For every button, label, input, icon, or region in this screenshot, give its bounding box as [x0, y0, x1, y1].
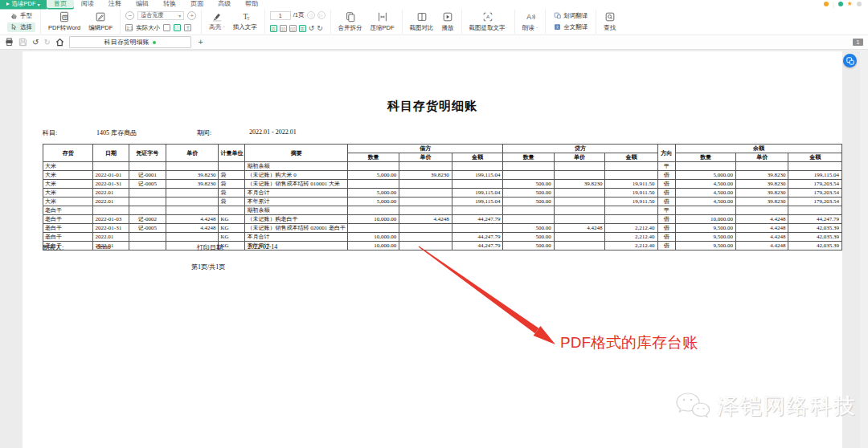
menu-bar-right: | ★ — [824, 0, 868, 8]
word-translate-button[interactable]: 划词翻译 — [551, 11, 591, 21]
fit-width-icon[interactable] — [174, 24, 181, 31]
table-cell: 500.00 — [503, 198, 554, 206]
tool-group-select: 手型 选择 — [2, 10, 41, 34]
table-cell — [554, 198, 605, 206]
menu-tab-转换[interactable]: 转换 — [156, 0, 183, 8]
play-button[interactable]: 播放 — [440, 11, 457, 32]
next-page-button[interactable]: ▷ — [317, 11, 326, 19]
two-page-view-icon[interactable]: ▯▯ — [280, 25, 287, 32]
save-icon[interactable] — [18, 38, 27, 47]
pdf-viewer[interactable]: 科目存货明细账 科目: 1405 库存商品 期间: 2022.01 - 2022… — [0, 50, 868, 448]
table-cell: 179,203.54 — [788, 198, 842, 206]
update-icon[interactable] — [838, 2, 843, 6]
svg-text:A: A — [486, 14, 490, 19]
read-aloud-button[interactable]: A 朗读 · — [520, 11, 540, 32]
new-tab-button[interactable]: + — [196, 38, 206, 47]
table-cell — [503, 206, 554, 215]
hand-tool-button[interactable]: 手型 — [7, 11, 35, 21]
table-cell: 5,000.00 — [347, 198, 399, 206]
home-icon[interactable] — [55, 38, 64, 47]
table-cell: 袋 — [219, 198, 245, 206]
select-tool-button[interactable]: 选择 — [7, 22, 35, 32]
actual-size-icon[interactable]: 1:1 — [125, 24, 133, 31]
table-cell: 5,000.00 — [347, 171, 399, 180]
highlight-button[interactable]: 高亮 · — [207, 11, 227, 31]
page-number-input[interactable]: 1 — [270, 11, 291, 20]
table-cell — [605, 206, 657, 215]
menu-tab-页面[interactable]: 页面 — [183, 0, 211, 8]
table-cell — [788, 206, 842, 215]
main-toolbar: 手型 选择 W PDF转Word — [0, 8, 868, 35]
book-view-icon[interactable]: ▯▯ — [289, 25, 297, 32]
redo-icon[interactable]: ↻ — [43, 39, 50, 47]
zoom-level-select[interactable]: 适合宽度 ▾ — [137, 11, 184, 20]
period-value: 2022.01 - 2022.01 — [249, 128, 297, 136]
zoom-out-button[interactable]: − — [125, 11, 134, 20]
table-cell: 5,000.00 — [676, 171, 736, 180]
menu-tab-编辑[interactable]: 编辑 — [129, 0, 156, 8]
word-translate-label: 划词翻译 — [563, 12, 588, 20]
compress-pdf-button[interactable]: 压缩PDF — [368, 11, 397, 32]
table-cell: 借 — [657, 215, 676, 224]
table-row: 大米期初余额平 — [43, 162, 842, 171]
find-button[interactable]: 查找 — [601, 11, 618, 32]
rotate-left-icon[interactable]: ↺ — [309, 25, 315, 32]
merge-split-label: 合并拆分 — [338, 24, 362, 32]
ledger-title: 科目存货明细账 — [23, 99, 842, 114]
col-header-inventory: 存货 — [43, 145, 93, 162]
document-tab[interactable]: 科目存货明细账 — [69, 36, 191, 48]
pdf-to-word-button[interactable]: W PDF转Word — [46, 11, 83, 32]
rotate-right-icon[interactable]: ↻ — [317, 25, 323, 32]
zoom-in-button[interactable]: + — [187, 11, 196, 20]
fit-page-icon[interactable] — [163, 24, 170, 31]
table-cell: 44,247.79 — [788, 215, 842, 224]
floating-translate-button[interactable] — [843, 54, 857, 67]
edit-pdf-button[interactable]: 编辑PDF — [86, 11, 115, 32]
table-cell — [347, 206, 399, 215]
prev-page-button[interactable]: ◁ — [307, 11, 315, 19]
table-cell: 10,000.00 — [347, 242, 399, 250]
col-header-balance-amount: 金额 — [788, 153, 842, 162]
app-logo[interactable]: 迅读PDF ▾ — [0, 0, 47, 8]
scrollbar-track[interactable] — [860, 50, 868, 448]
print-date-label: 打印日期: — [197, 243, 224, 252]
table-cell: 500.00 — [503, 233, 554, 242]
table-cell: 42,035.39 — [788, 233, 842, 242]
col-header-unit: 计量单位 — [219, 145, 245, 162]
table-cell: 4.4248 — [399, 215, 452, 224]
menu-tab-阅读[interactable]: 阅读 — [74, 0, 101, 8]
col-header-debit: 借方 — [347, 145, 502, 153]
print-icon[interactable] — [5, 38, 14, 47]
table-cell: 4,500.00 — [676, 198, 736, 206]
continuous-view-icon[interactable]: ≡ — [299, 25, 306, 32]
select-tool-label: 选择 — [20, 23, 32, 31]
table-cell: KG — [219, 215, 245, 224]
table-cell — [166, 198, 219, 206]
menu-tab-高级[interactable]: 高级 — [211, 0, 238, 8]
undo-icon[interactable]: ↺ — [32, 39, 39, 47]
col-header-credit-amount: 金额 — [605, 153, 657, 162]
full-translate-button[interactable]: 文 全文翻译 — [551, 22, 591, 32]
table-row: 大米2022.01袋本年累计5,000.00199,115.04500.0019… — [43, 198, 842, 206]
menu-tab-帮助[interactable]: 帮助 — [238, 0, 265, 8]
account-icon[interactable] — [857, 2, 862, 6]
fit-text-icon[interactable]: T — [184, 24, 191, 31]
vip-icon[interactable] — [824, 2, 829, 6]
merge-split-button[interactable]: 合并拆分 — [336, 11, 365, 32]
table-cell — [93, 206, 129, 215]
table-cell: 199,115.04 — [452, 198, 503, 206]
screenshot-compare-button[interactable]: 截图对比 — [407, 11, 436, 32]
table-cell — [554, 206, 605, 215]
table-cell: 借 — [657, 198, 676, 206]
insert-text-button[interactable]: TT 插入文字 — [231, 11, 260, 31]
watermark-text: 泽铠网络科技 — [717, 392, 857, 421]
table-cell: 42,035.39 — [788, 224, 842, 233]
find-label: 查找 — [604, 24, 616, 32]
single-page-view-icon[interactable]: ▯ — [270, 25, 277, 32]
menu-tab-首页[interactable]: 首页 — [47, 0, 74, 8]
screenshot-extract-button[interactable]: A 截图提取文字· — [467, 11, 510, 32]
menu-tab-注释[interactable]: 注释 — [101, 0, 129, 8]
table-cell: （未记账）销售成本结转 020001 老白干 — [245, 224, 348, 233]
star-icon[interactable]: ★ — [847, 1, 853, 7]
table-cell: 10,000.00 — [347, 215, 399, 224]
